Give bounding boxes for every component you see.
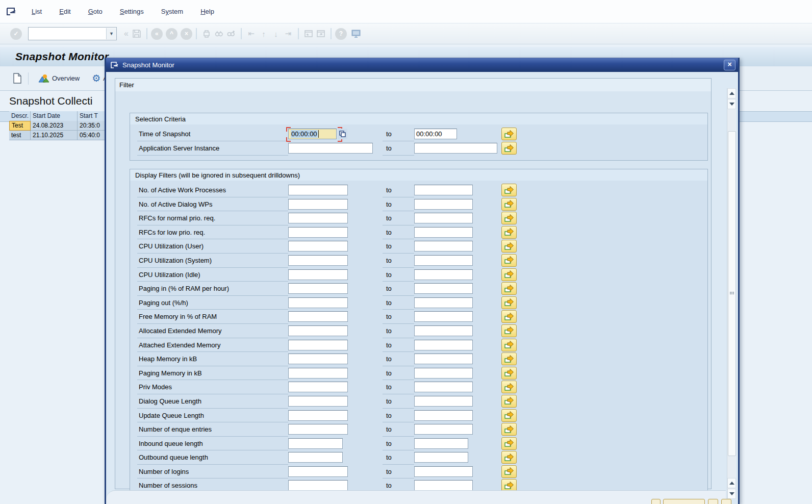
cell-start-date[interactable]: 21.10.2025: [31, 131, 78, 140]
filter-from-input[interactable]: [288, 199, 348, 210]
scrollbar-thumb[interactable]: [728, 131, 736, 456]
filter-to-input[interactable]: [414, 199, 473, 210]
cell-start-time[interactable]: 20:35:0: [78, 121, 107, 131]
filter-to-input[interactable]: [414, 452, 468, 463]
multi-selection-button[interactable]: [501, 296, 517, 309]
filter-to-input[interactable]: [414, 424, 473, 435]
multi-selection-button[interactable]: [501, 268, 517, 281]
filter-to-input[interactable]: [414, 325, 473, 336]
multi-selection-button[interactable]: [501, 198, 517, 211]
filter-to-input[interactable]: [414, 213, 473, 223]
enter-icon[interactable]: ✓: [10, 28, 22, 40]
time-to-input[interactable]: [414, 129, 457, 139]
filter-from-input[interactable]: [288, 480, 348, 491]
filter-from-input[interactable]: [288, 452, 343, 463]
menu-item-list[interactable]: List: [26, 6, 48, 17]
multi-selection-button[interactable]: [501, 437, 517, 450]
save-icon[interactable]: [131, 28, 143, 40]
command-dropdown-button[interactable]: ▼: [106, 28, 116, 39]
menu-item-goto[interactable]: Goto: [82, 6, 109, 17]
system-menu-icon[interactable]: [5, 6, 18, 17]
filter-to-input[interactable]: [414, 241, 473, 251]
multi-selection-button[interactable]: [501, 240, 517, 253]
filter-to-input[interactable]: [414, 269, 473, 280]
filter-from-input[interactable]: [288, 227, 348, 238]
multi-selection-button[interactable]: [501, 128, 517, 140]
filter-from-input[interactable]: [288, 241, 348, 251]
filter-to-input[interactable]: [414, 466, 473, 477]
multi-selection-button[interactable]: [501, 451, 517, 464]
filter-from-input[interactable]: [288, 424, 348, 435]
filter-from-input[interactable]: [288, 466, 348, 477]
overview-button[interactable]: Overview: [38, 74, 80, 83]
multi-selection-button[interactable]: [501, 324, 517, 337]
filter-from-input[interactable]: [288, 382, 348, 392]
filter-to-input[interactable]: [414, 255, 473, 266]
menu-item-edit[interactable]: Edit: [53, 6, 77, 17]
filter-to-input[interactable]: [414, 480, 473, 491]
multi-selection-button[interactable]: [501, 142, 517, 155]
filter-to-input[interactable]: [414, 340, 473, 350]
help-icon[interactable]: ?: [335, 28, 347, 40]
filter-from-input[interactable]: [288, 269, 348, 280]
filter-from-input[interactable]: [288, 255, 348, 266]
multi-selection-button[interactable]: [501, 226, 517, 239]
menu-item-system[interactable]: System: [155, 6, 189, 17]
monitor-icon[interactable]: [350, 28, 362, 40]
filter-from-input[interactable]: [288, 325, 348, 336]
multi-selection-button[interactable]: [501, 254, 517, 267]
filter-from-input[interactable]: [288, 340, 348, 350]
filter-to-input[interactable]: [414, 368, 473, 379]
filter-to-input[interactable]: [414, 185, 473, 195]
menu-item-help[interactable]: Help: [194, 6, 220, 17]
filter-to-input[interactable]: [414, 311, 473, 322]
dialog-scrollbar[interactable]: [727, 88, 736, 499]
filter-to-input[interactable]: [414, 396, 473, 407]
new-document-icon[interactable]: [11, 72, 23, 85]
multi-selection-button[interactable]: [501, 409, 517, 422]
footer-button-partial[interactable]: [721, 499, 731, 504]
multi-selection-button[interactable]: [501, 395, 517, 408]
filter-from-input[interactable]: [288, 297, 348, 308]
time-from-field[interactable]: 00:00:00: [288, 129, 337, 139]
filter-to-input[interactable]: [414, 382, 473, 392]
column-header[interactable]: Start T: [78, 111, 107, 121]
multi-selection-button[interactable]: [501, 310, 517, 323]
column-header[interactable]: Start Date: [31, 111, 78, 121]
scroll-down-icon[interactable]: [727, 99, 736, 109]
multi-selection-button[interactable]: [501, 465, 517, 478]
scroll-down-icon[interactable]: [727, 489, 736, 499]
multi-selection-button[interactable]: [501, 212, 517, 224]
filter-to-input[interactable]: [414, 297, 473, 308]
filter-to-input[interactable]: [414, 227, 473, 238]
multi-selection-button[interactable]: [501, 339, 517, 351]
multi-selection-button[interactable]: [501, 381, 517, 393]
filter-to-input[interactable]: [414, 283, 473, 294]
filter-from-input[interactable]: [288, 185, 348, 195]
multi-selection-button[interactable]: [501, 184, 517, 196]
close-icon[interactable]: ×: [724, 60, 735, 70]
multi-selection-button[interactable]: [501, 352, 517, 365]
menu-item-settings[interactable]: Settings: [114, 6, 150, 17]
collapse-icon[interactable]: «: [124, 29, 129, 38]
multi-selection-button[interactable]: [501, 367, 517, 380]
footer-button-partial[interactable]: [651, 499, 661, 504]
cell-descr[interactable]: Test: [9, 121, 31, 131]
cell-start-date[interactable]: 24.08.2023: [31, 121, 78, 131]
cell-descr[interactable]: test: [9, 131, 31, 140]
scroll-up-icon[interactable]: [727, 88, 736, 98]
filter-from-input[interactable]: [288, 396, 348, 407]
scroll-up-icon[interactable]: [727, 478, 736, 488]
dialog-titlebar[interactable]: Snapshot Monitor ×: [106, 58, 738, 72]
filter-to-input[interactable]: [414, 410, 473, 421]
filter-from-input[interactable]: [288, 410, 348, 421]
filter-from-input[interactable]: [288, 213, 348, 223]
cell-start-time[interactable]: 05:40:0: [78, 131, 107, 140]
filter-from-input[interactable]: [288, 438, 343, 449]
filter-to-input[interactable]: [414, 354, 473, 364]
table-row[interactable]: Test 24.08.2023 20:35:0: [9, 121, 107, 131]
filter-from-input[interactable]: [288, 368, 348, 379]
filter-from-input[interactable]: [288, 311, 348, 322]
server-from-input[interactable]: [288, 143, 373, 154]
filter-to-input[interactable]: [414, 438, 468, 449]
